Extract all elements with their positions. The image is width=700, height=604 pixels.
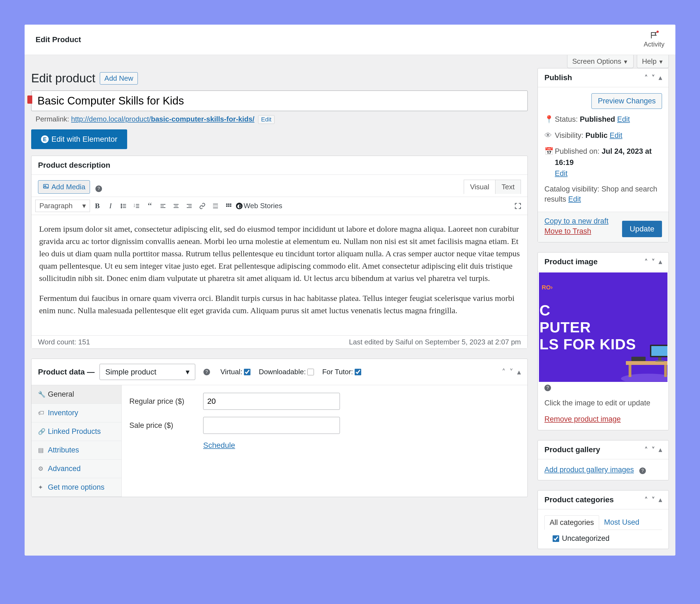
svg-rect-27	[230, 203, 231, 205]
regular-price-input[interactable]	[203, 393, 340, 410]
tab-get-more[interactable]: ✦Get more options	[31, 478, 121, 497]
product-image-thumbnail[interactable]: RO› C PUTER LS FOR KIDS	[539, 272, 668, 382]
activity-button[interactable]: Activity	[644, 31, 665, 48]
edit-date-link[interactable]: Edit	[555, 169, 568, 177]
screen-options-button[interactable]: Screen Options▼	[567, 55, 633, 68]
blockquote-icon[interactable]: “	[144, 200, 156, 212]
tab-attributes[interactable]: ▤Attributes	[31, 441, 121, 460]
collapse-icon[interactable]: ▴	[659, 496, 662, 504]
update-button[interactable]: Update	[622, 221, 662, 237]
bullet-list-icon[interactable]	[118, 200, 129, 212]
caret-down-icon: ▼	[623, 59, 628, 65]
copy-to-draft-link[interactable]: Copy to a new draft	[544, 217, 608, 225]
add-new-button[interactable]: Add New	[100, 72, 138, 84]
chevron-down-icon[interactable]: ˅	[652, 496, 655, 504]
editor-content[interactable]: Lorem ipsum dolor sit amet, consectetur …	[31, 215, 527, 335]
page: Edit product Add New Permalink: http://d…	[25, 68, 675, 556]
tab-inventory[interactable]: 🏷Inventory	[31, 404, 121, 422]
description-panel-head: Product description	[31, 156, 527, 174]
align-right-icon[interactable]	[183, 200, 195, 212]
edit-visibility-link[interactable]: Edit	[610, 131, 623, 140]
svg-rect-36	[651, 346, 668, 356]
tab-linked-products[interactable]: 🔗Linked Products	[31, 422, 121, 441]
description-panel-body: Add Media ? Visual Text Paragraph▾	[31, 174, 527, 348]
product-data-checks: Virtual: Downloadable: For Tutor:	[220, 368, 361, 376]
web-stories-button[interactable]: ◐ Web Stories	[236, 200, 282, 212]
caret-down-icon: ▾	[186, 367, 190, 377]
virtual-checkbox[interactable]	[244, 369, 250, 375]
help-icon[interactable]: ?	[95, 186, 102, 192]
italic-icon[interactable]: I	[105, 200, 116, 212]
move-to-trash-link[interactable]: Move to Trash	[544, 227, 608, 236]
title-badge-icon	[27, 95, 32, 104]
paragraph-1: Lorem ipsum dolor sit amet, consectetur …	[39, 223, 520, 284]
chevron-down-icon[interactable]: ˅	[509, 367, 513, 377]
collapse-icon[interactable]: ▴	[659, 446, 662, 454]
chevron-up-icon[interactable]: ˄	[645, 74, 648, 81]
help-icon[interactable]: ?	[544, 385, 551, 391]
align-left-icon[interactable]	[157, 200, 169, 212]
sale-price-input[interactable]	[203, 417, 340, 434]
fullscreen-icon[interactable]	[512, 200, 524, 212]
product-type-select[interactable]: Simple product ▾	[100, 364, 195, 380]
chevron-up-icon[interactable]: ˄	[645, 258, 648, 266]
help-button[interactable]: Help▼	[637, 55, 669, 68]
tab-all-categories[interactable]: All categories	[544, 515, 599, 530]
downloadable-checkbox[interactable]	[307, 369, 314, 375]
bold-icon[interactable]: B	[92, 200, 103, 212]
link-icon[interactable]	[197, 200, 208, 212]
add-media-button[interactable]: Add Media	[38, 180, 90, 194]
edit-catalog-link[interactable]: Edit	[568, 195, 581, 203]
add-gallery-images-link[interactable]: Add product gallery images	[544, 465, 634, 474]
publish-date-row: 📅 Published on: Jul 24, 2023 at 16:19 Ed…	[544, 146, 662, 179]
product-title-input[interactable]	[31, 91, 528, 111]
chevron-down-icon[interactable]: ˅	[652, 446, 655, 454]
edit-status-link[interactable]: Edit	[617, 115, 630, 123]
remove-product-image-link[interactable]: Remove product image	[539, 415, 621, 424]
help-icon[interactable]: ?	[203, 369, 210, 375]
link-icon: 🔗	[38, 428, 45, 435]
toolbar-toggle-icon[interactable]	[223, 200, 234, 212]
description-panel: Product description Add Media ? Visual	[31, 156, 528, 349]
tab-visual[interactable]: Visual	[464, 180, 495, 194]
downloadable-check: Downloadable:	[259, 368, 314, 376]
chevron-up-icon[interactable]: ˄	[645, 446, 648, 454]
for-tutor-checkbox[interactable]	[355, 369, 361, 375]
editor-mode-tabs: Visual Text	[464, 180, 521, 194]
collapse-icon[interactable]: ▴	[659, 74, 662, 81]
paragraph-select[interactable]: Paragraph▾	[35, 200, 90, 212]
collapse-icon[interactable]: ▴	[659, 258, 662, 266]
read-more-icon[interactable]	[210, 200, 221, 212]
calendar-icon: 📅	[544, 146, 552, 157]
chevron-down-icon[interactable]: ˅	[652, 74, 655, 81]
svg-point-2	[121, 204, 122, 204]
for-tutor-check: For Tutor:	[322, 368, 361, 376]
permalink-label: Permalink:	[35, 115, 69, 123]
permalink-edit-button[interactable]: Edit	[258, 115, 275, 124]
ordered-list-icon[interactable]: 12	[131, 200, 143, 212]
svg-rect-30	[230, 206, 231, 207]
chevron-up-icon[interactable]: ˄	[502, 367, 506, 377]
tab-general[interactable]: 🔧General	[31, 385, 121, 404]
category-checkbox[interactable]	[553, 535, 559, 542]
schedule-link[interactable]: Schedule	[203, 441, 235, 450]
tab-advanced[interactable]: ⚙Advanced	[31, 460, 121, 478]
chevron-up-icon[interactable]: ˄	[645, 496, 648, 504]
chevron-down-icon[interactable]: ˅	[652, 258, 655, 266]
gear-icon: ⚙	[38, 465, 45, 473]
page-title-row: Edit product Add New	[31, 71, 528, 85]
collapse-icon[interactable]: ▴	[517, 367, 521, 377]
gallery-heading: Product gallery	[544, 445, 600, 454]
last-edited: Last edited by Saiful on September 5, 20…	[349, 338, 521, 346]
svg-rect-26	[228, 203, 229, 205]
tag-icon: 🏷	[38, 410, 45, 417]
edit-elementor-button[interactable]: E Edit with Elementor	[31, 129, 127, 149]
tab-most-used[interactable]: Most Used	[599, 515, 644, 530]
help-icon[interactable]: ?	[639, 467, 646, 474]
svg-rect-32	[626, 361, 668, 365]
align-center-icon[interactable]	[170, 200, 182, 212]
tab-text[interactable]: Text	[495, 180, 521, 194]
permalink-link[interactable]: http://demo.local/product/basic-computer…	[71, 115, 255, 123]
preview-changes-button[interactable]: Preview Changes	[592, 93, 662, 109]
product-data-body: 🔧General 🏷Inventory 🔗Linked Products ▤At…	[31, 385, 527, 497]
